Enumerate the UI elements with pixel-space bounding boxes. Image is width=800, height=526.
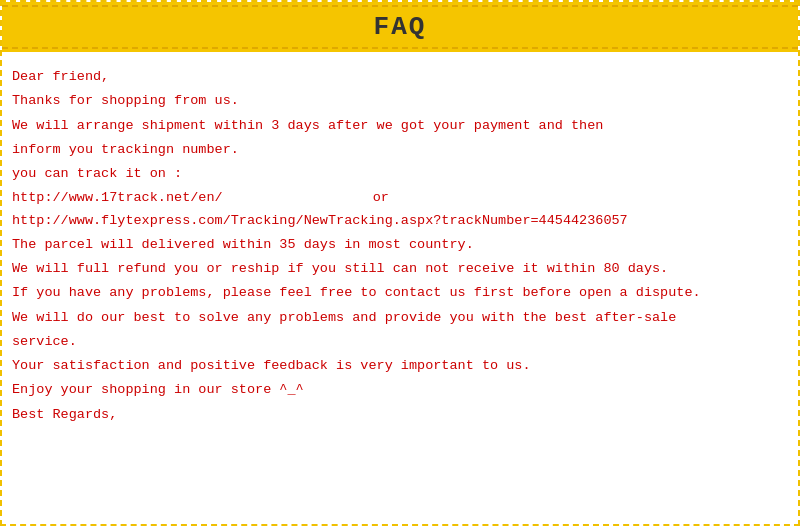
content-line-7: http://www.flytexpress.com/Tracking/NewT… xyxy=(12,210,782,232)
content-line-8: The parcel will delivered within 35 days… xyxy=(12,234,782,256)
faq-title: FAQ xyxy=(374,12,427,42)
content-line-1: Dear friend, xyxy=(12,66,782,88)
content-line-15: Best Regards, xyxy=(12,404,782,426)
content-line-2: Thanks for shopping from us. xyxy=(12,90,782,112)
content-line-10: If you have any problems, please feel fr… xyxy=(12,282,782,304)
page-container: FAQ Dear friend, Thanks for shopping fro… xyxy=(0,0,800,526)
content-line-4: inform you trackingn number. xyxy=(12,139,782,161)
content-line-13: Your satisfaction and positive feedback … xyxy=(12,355,782,377)
content-line-9: We will full refund you or reship if you… xyxy=(12,258,782,280)
or-text: or xyxy=(373,190,389,205)
content-area: Dear friend, Thanks for shopping from us… xyxy=(2,52,798,438)
content-line-14: Enjoy your shopping in our store ^_^ xyxy=(12,379,782,401)
content-line-12: service. xyxy=(12,331,782,353)
header-bar: FAQ xyxy=(2,2,798,52)
content-line-5: you can track it on : xyxy=(12,163,782,185)
url-line-1: http://www.17track.net/en/ or xyxy=(12,187,782,209)
content-line-11: We will do our best to solve any problem… xyxy=(12,307,782,329)
url-17track: http://www.17track.net/en/ xyxy=(12,187,223,209)
content-line-3: We will arrange shipment within 3 days a… xyxy=(12,115,782,137)
